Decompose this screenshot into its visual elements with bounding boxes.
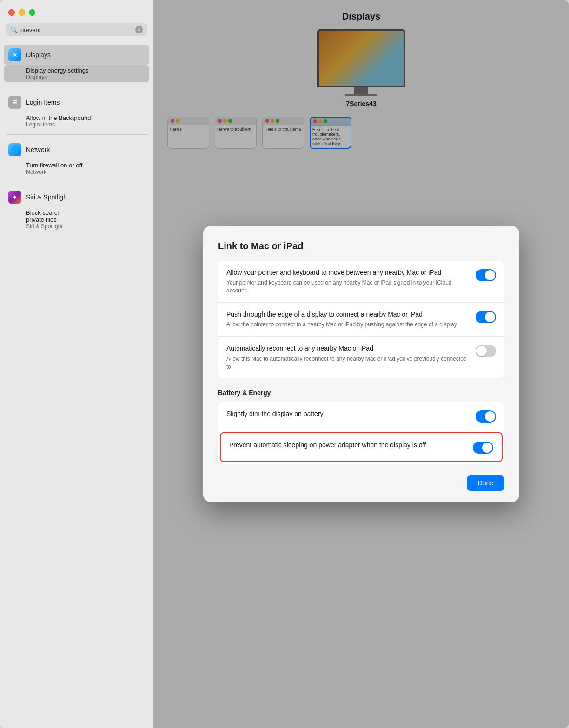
setting-row-prevent-sleep: Prevent automatic sleeping on power adap… <box>220 432 503 462</box>
setting-pointer-keyboard-title: Allow your pointer and keyboard to move … <box>226 268 468 278</box>
setting-row-push-edge: Push through the edge of a display to co… <box>218 303 504 337</box>
sidebar: 🔍 × ☀ Displays Display energy settings D… <box>0 0 153 728</box>
sidebar-item-login-items[interactable]: ≡ Login Items <box>4 92 149 113</box>
divider-2 <box>6 134 147 135</box>
modal-overlay: Link to Mac or iPad Allow your pointer a… <box>153 0 569 728</box>
toggle-knob-pointer-keyboard <box>485 270 495 280</box>
divider-3 <box>6 182 147 182</box>
toggle-knob-push-edge <box>485 312 495 322</box>
firewall-subtitle: Network <box>26 169 145 175</box>
sidebar-sub-item-block-search[interactable]: Block search private files Siri & Spotli… <box>4 207 149 232</box>
block-search-title: Block search <box>26 209 145 216</box>
setting-push-edge-title: Push through the edge of a display to co… <box>226 310 468 319</box>
search-icon: 🔍 <box>10 26 18 33</box>
toggle-prevent-sleep[interactable] <box>473 442 493 454</box>
search-clear-button[interactable]: × <box>135 26 143 33</box>
setting-prevent-sleep-title: Prevent automatic sleeping on power adap… <box>229 441 465 450</box>
search-box: 🔍 × <box>6 23 147 36</box>
allow-background-title: Allow in the Background <box>26 114 145 121</box>
sidebar-item-network-label: Network <box>26 146 50 153</box>
setting-auto-reconnect-title: Automatically reconnect to any nearby Ma… <box>226 344 468 353</box>
setting-prevent-sleep-text: Prevent automatic sleeping on power adap… <box>229 441 465 450</box>
modal: Link to Mac or iPad Allow your pointer a… <box>203 226 519 503</box>
toggle-knob-prevent-sleep <box>482 443 492 453</box>
display-energy-title: Display energy settings <box>26 67 145 74</box>
close-button[interactable] <box>8 9 15 16</box>
sidebar-sub-item-firewall[interactable]: Turn firewall on or off Network <box>4 160 149 177</box>
block-search-title2: private files <box>26 216 145 223</box>
sidebar-sub-item-allow-background[interactable]: Allow in the Background Login Items <box>4 113 149 130</box>
setting-dim-battery-title: Slightly dim the display on battery <box>226 410 468 419</box>
setting-push-edge-text: Push through the edge of a display to co… <box>226 310 468 329</box>
displays-icon: ☀ <box>8 48 21 61</box>
toggle-knob-dim-battery <box>485 411 495 422</box>
sidebar-section-siri: ✦ Siri & Spotligh Block search private f… <box>0 186 153 232</box>
toggle-knob-auto-reconnect <box>476 346 487 356</box>
minimize-button[interactable] <box>19 9 25 16</box>
toggle-dim-battery[interactable] <box>476 410 496 423</box>
battery-energy-card: Slightly dim the display on battery Prev… <box>218 402 504 464</box>
toggle-push-edge[interactable] <box>476 311 496 323</box>
setting-row-pointer-keyboard: Allow your pointer and keyboard to move … <box>218 261 504 303</box>
setting-row-dim-battery: Slightly dim the display on battery <box>218 402 504 430</box>
siri-icon: ✦ <box>8 191 21 204</box>
sidebar-item-network[interactable]: 🌐 Network <box>4 139 149 160</box>
sidebar-item-siri[interactable]: ✦ Siri & Spotligh <box>4 187 149 207</box>
main-window: 🔍 × ☀ Displays Display energy settings D… <box>0 0 569 728</box>
setting-pointer-keyboard-text: Allow your pointer and keyboard to move … <box>226 268 468 295</box>
block-search-subtitle: Siri & Spotlight <box>26 223 145 230</box>
sidebar-sub-item-display-energy[interactable]: Display energy settings Displays <box>4 65 149 82</box>
sidebar-item-displays[interactable]: ☀ Displays <box>4 45 149 65</box>
setting-pointer-keyboard-desc: Your pointer and keyboard can be used on… <box>226 279 468 295</box>
modal-footer: Done <box>218 475 504 491</box>
allow-background-subtitle: Login Items <box>26 121 145 128</box>
sidebar-item-displays-label: Displays <box>26 51 51 59</box>
sidebar-section-login-items: ≡ Login Items Allow in the Background Lo… <box>0 91 153 131</box>
search-input[interactable] <box>20 26 132 33</box>
toggle-auto-reconnect[interactable] <box>476 345 496 357</box>
done-button[interactable]: Done <box>467 475 504 491</box>
sidebar-item-login-items-label: Login Items <box>26 99 60 106</box>
battery-energy-section-label: Battery & Energy <box>218 389 504 397</box>
network-icon: 🌐 <box>8 143 21 156</box>
display-energy-subtitle: Displays <box>26 74 145 80</box>
sidebar-section-network: 🌐 Network Turn firewall on or off Networ… <box>0 139 153 178</box>
setting-auto-reconnect-desc: Allow this Mac to automatically reconnec… <box>226 355 468 371</box>
modal-title: Link to Mac or iPad <box>218 241 504 251</box>
sidebar-section-displays: ☀ Displays Display energy settings Displ… <box>0 44 153 83</box>
maximize-button[interactable] <box>29 9 35 16</box>
setting-push-edge-desc: Allow the pointer to connect to a nearby… <box>226 321 468 329</box>
window-controls <box>0 0 153 23</box>
main-content: Displays 7Series43 Here's <box>153 0 569 728</box>
login-items-icon: ≡ <box>8 96 21 109</box>
sidebar-item-siri-label: Siri & Spotligh <box>26 193 67 201</box>
link-settings-card: Allow your pointer and keyboard to move … <box>218 261 504 378</box>
firewall-title: Turn firewall on or off <box>26 162 145 169</box>
setting-auto-reconnect-text: Automatically reconnect to any nearby Ma… <box>226 344 468 371</box>
divider-1 <box>6 87 147 87</box>
setting-dim-battery-text: Slightly dim the display on battery <box>226 410 468 419</box>
toggle-pointer-keyboard[interactable] <box>476 269 496 281</box>
setting-row-auto-reconnect: Automatically reconnect to any nearby Ma… <box>218 337 504 378</box>
